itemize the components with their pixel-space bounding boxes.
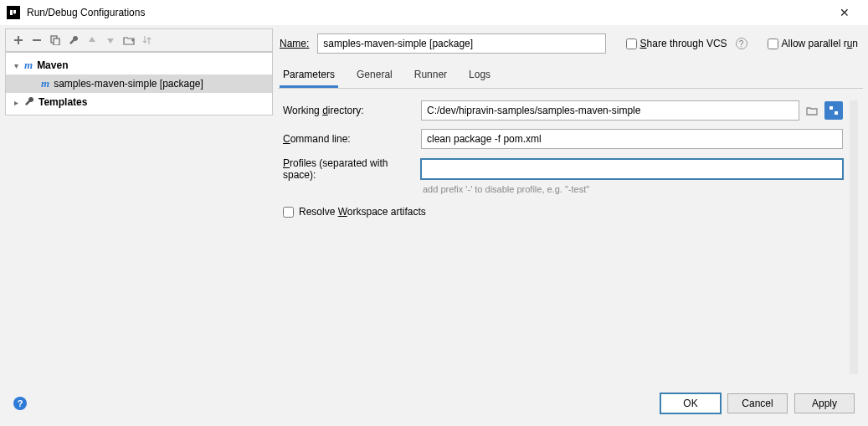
name-row: Name: Share through VCS ? Allow parallel… bbox=[278, 28, 863, 60]
tree-node-templates[interactable]: ▸ Templates bbox=[6, 93, 272, 111]
name-input[interactable] bbox=[317, 33, 605, 54]
tab-logs[interactable]: Logs bbox=[465, 64, 494, 88]
wrench-icon bbox=[24, 96, 34, 109]
tree-node-maven[interactable]: ▾ mMaven bbox=[6, 56, 272, 74]
chevron-right-icon[interactable]: ▸ bbox=[11, 98, 21, 107]
share-vcs-check[interactable] bbox=[626, 38, 637, 49]
copy-icon[interactable] bbox=[48, 33, 63, 48]
chevron-down-icon[interactable]: ▾ bbox=[11, 61, 21, 70]
scrollbar[interactable] bbox=[850, 100, 858, 374]
sort-icon bbox=[140, 33, 155, 48]
working-dir-label: Working directory: bbox=[283, 105, 421, 116]
close-icon[interactable]: ✕ bbox=[828, 6, 861, 19]
command-line-label: Command line: bbox=[283, 133, 421, 145]
resolve-workspace-row[interactable]: Resolve Workspace artifacts bbox=[283, 206, 843, 218]
working-dir-row: Working directory: bbox=[283, 100, 843, 121]
app-icon bbox=[7, 6, 20, 19]
help-button[interactable]: ? bbox=[13, 397, 27, 410]
maven-icon: m bbox=[41, 77, 49, 90]
form-area: Working directory: Command line: bbox=[278, 89, 863, 386]
footer: ? OK Cancel Apply bbox=[5, 386, 863, 421]
folder-icon[interactable] bbox=[121, 33, 136, 48]
allow-parallel-check[interactable] bbox=[768, 38, 778, 49]
apply-button[interactable]: Apply bbox=[794, 393, 855, 413]
dialog-body: ▾ mMaven msamples-maven-simple [package]… bbox=[0, 25, 868, 426]
tree-node-label: Maven bbox=[37, 59, 68, 71]
tab-runner[interactable]: Runner bbox=[411, 64, 450, 88]
insert-path-icon[interactable] bbox=[824, 101, 843, 120]
tree-node-config[interactable]: msamples-maven-simple [package] bbox=[6, 74, 272, 93]
help-icon[interactable]: ? bbox=[736, 38, 747, 49]
resolve-workspace-label: Resolve Workspace artifacts bbox=[299, 206, 426, 218]
profiles-label: Profiles (separated with space): bbox=[283, 157, 421, 181]
profiles-hint: add prefix '-' to disable profile, e.g. … bbox=[421, 182, 589, 194]
allow-parallel-label: Allow parallel run bbox=[782, 38, 858, 49]
profiles-row: Profiles (separated with space): bbox=[283, 157, 843, 181]
maven-icon: m bbox=[24, 59, 33, 72]
svg-rect-3 bbox=[54, 38, 59, 45]
svg-rect-4 bbox=[829, 106, 833, 110]
name-label: Name: bbox=[280, 38, 309, 49]
resolve-workspace-checkbox[interactable] bbox=[283, 207, 294, 218]
profiles-hint-row: add prefix '-' to disable profile, e.g. … bbox=[283, 182, 843, 194]
window-title: Run/Debug Configurations bbox=[27, 7, 828, 18]
wrench-icon[interactable] bbox=[66, 33, 81, 48]
tab-general[interactable]: General bbox=[353, 64, 396, 88]
tree-node-label: samples-maven-simple [package] bbox=[54, 78, 203, 90]
left-toolbar bbox=[5, 28, 273, 52]
move-up-icon bbox=[85, 33, 100, 48]
dialog-window: Run/Debug Configurations ✕ ▾ mMaven bbox=[0, 0, 868, 426]
profiles-input[interactable] bbox=[421, 159, 843, 179]
allow-parallel-checkbox[interactable]: Allow parallel run bbox=[768, 38, 858, 49]
remove-icon[interactable] bbox=[29, 33, 44, 48]
ok-button[interactable]: OK bbox=[660, 393, 721, 413]
svg-rect-1 bbox=[33, 39, 41, 41]
tabstrip: Parameters General Runner Logs bbox=[278, 60, 863, 89]
tab-parameters[interactable]: Parameters bbox=[280, 64, 338, 88]
share-vcs-label: Share through VCS bbox=[640, 38, 727, 49]
add-icon[interactable] bbox=[11, 33, 26, 48]
tree-node-label: Templates bbox=[39, 96, 87, 108]
share-vcs-checkbox[interactable]: Share through VCS bbox=[626, 38, 727, 49]
right-pane: Name: Share through VCS ? Allow parallel… bbox=[278, 28, 863, 386]
move-down-icon bbox=[103, 33, 118, 48]
titlebar: Run/Debug Configurations ✕ bbox=[0, 0, 868, 25]
cancel-button[interactable]: Cancel bbox=[727, 393, 788, 413]
config-tree[interactable]: ▾ mMaven msamples-maven-simple [package]… bbox=[6, 53, 272, 115]
main-split: ▾ mMaven msamples-maven-simple [package]… bbox=[5, 28, 863, 386]
svg-rect-5 bbox=[835, 111, 838, 115]
working-dir-input[interactable] bbox=[421, 100, 799, 121]
command-line-row: Command line: bbox=[283, 129, 843, 149]
left-pane: ▾ mMaven msamples-maven-simple [package]… bbox=[5, 52, 273, 115]
browse-folder-icon[interactable] bbox=[803, 101, 821, 120]
command-line-input[interactable] bbox=[421, 129, 843, 149]
